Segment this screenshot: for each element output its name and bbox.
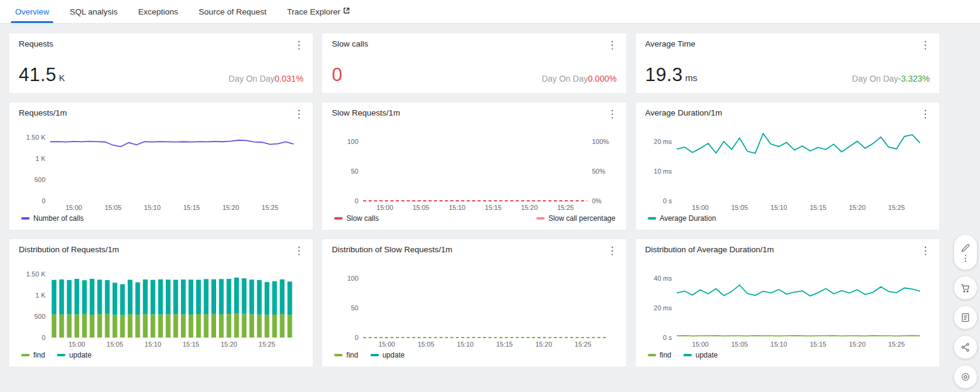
legend-marker [648,354,656,356]
dashboard-grid: Requests ⋮ 41.5 K Day On Day0.031% Slow … [0,24,980,367]
slow-requests-per-1m-chart[interactable]: 100500100%50%0%15:0015:0515:1015:1515:20… [332,121,616,213]
legend-item[interactable]: Average Duration [648,214,716,223]
svg-text:50%: 50% [592,168,605,175]
svg-text:20 ms: 20 ms [654,138,672,145]
legend-marker [370,354,379,356]
chart-card-distribution-of-slow-requests: Distribution of Slow Requests/1m ⋮ 10050… [321,238,626,367]
chart-card-distribution-of-average-duration: Distribution of Average Duration/1m ⋮ 40… [635,238,940,367]
card-more-button[interactable]: ⋮ [917,108,933,120]
svg-text:15:05: 15:05 [413,204,430,211]
legend-marker [536,217,545,220]
svg-text:100: 100 [347,275,358,282]
card-more-button[interactable]: ⋮ [917,245,933,256]
svg-text:15:10: 15:10 [770,341,787,348]
legend-item[interactable]: Slow call percentage [536,214,616,223]
tab-trace-explorer[interactable]: Trace Explorer [277,0,360,23]
survey-button[interactable] [954,306,977,329]
tab-label: Trace Explorer [287,7,340,16]
svg-text:15:20: 15:20 [536,341,553,348]
distribution-of-slow-requests-chart[interactable]: 10050015:0015:0515:1015:1515:2015:25 [332,258,616,350]
legend-item[interactable]: update [683,351,718,359]
day-on-day-value: -3.323% [898,74,930,83]
share-button[interactable] [954,336,977,359]
legend-label: update [696,351,718,359]
svg-text:50: 50 [351,168,358,175]
svg-text:15:25: 15:25 [888,204,905,211]
gear-icon [960,371,971,382]
legend-item[interactable]: Slow calls [334,214,378,223]
legend-item[interactable]: find [21,351,45,359]
card-more-button[interactable]: ⋮ [291,39,307,51]
day-on-day-value: 0.031% [275,74,303,83]
legend-item[interactable]: update [370,351,405,359]
legend-marker [57,354,65,356]
legend-item[interactable]: Number of calls [21,214,84,223]
chart-legend: Number of calls [19,213,303,223]
kpi-card-slow-calls: Slow calls ⋮ 0 Day On Day0.000% [321,33,626,94]
cart-button[interactable] [954,276,977,299]
chart-legend: Slow callsSlow call percentage [332,213,616,223]
kpi-unit: ms [685,73,697,83]
card-more-button[interactable]: ⋮ [291,245,307,256]
more-tools-button[interactable] [961,254,970,263]
svg-text:0: 0 [355,334,358,341]
legend-item[interactable]: find [334,351,358,359]
legend-label: Number of calls [33,214,84,223]
legend-marker [648,217,656,220]
svg-text:15:00: 15:00 [65,204,82,211]
svg-text:15:00: 15:00 [378,341,395,348]
svg-text:20 ms: 20 ms [654,304,672,312]
legend-marker [683,354,692,356]
legend-marker [21,217,30,220]
tab-overview[interactable]: Overview [5,0,59,23]
tab-sql-analysis[interactable]: SQL analysis [59,0,128,23]
tab-exceptions[interactable]: Exceptions [128,0,188,23]
svg-text:15:25: 15:25 [258,341,275,348]
kpi-value: 19.3 [645,64,683,86]
svg-text:15:00: 15:00 [68,341,85,348]
card-more-button[interactable]: ⋮ [917,39,933,51]
chart-legend: findupdate [645,350,930,359]
card-more-button[interactable]: ⋮ [291,108,307,120]
requests-per-1m-chart[interactable]: 1.50 K1 K500015:0015:0515:1015:1515:2015… [19,121,303,213]
legend-item[interactable]: find [648,351,671,359]
card-more-button[interactable]: ⋮ [604,245,620,256]
chart-title: Distribution of Slow Requests/1m [332,245,452,254]
svg-text:1.50 K: 1.50 K [26,270,45,278]
svg-text:0 s: 0 s [663,197,672,204]
svg-text:500: 500 [35,313,45,320]
average-duration-per-1m-chart[interactable]: 20 ms10 ms0 s15:0015:0515:1015:1515:2015… [645,121,930,213]
tab-source-of-request[interactable]: Source of Request [188,0,277,23]
card-more-button[interactable]: ⋮ [604,108,620,120]
svg-text:15:25: 15:25 [557,204,574,211]
svg-text:15:20: 15:20 [220,341,237,348]
kpi-unit: K [59,73,65,83]
card-more-button[interactable]: ⋮ [604,39,620,51]
legend-marker [334,217,343,220]
svg-text:1 K: 1 K [35,292,45,299]
svg-text:15:15: 15:15 [496,341,513,348]
svg-text:15:10: 15:10 [770,204,787,211]
legend-label: find [660,351,671,359]
legend-label: update [69,351,91,359]
kpi-value: 41.5 [19,64,56,86]
day-on-day-label: Day On Day [229,74,275,83]
svg-text:0 s: 0 s [663,334,672,341]
svg-text:15:10: 15:10 [144,204,161,211]
legend-item[interactable]: update [57,351,91,359]
edit-button[interactable] [960,243,971,253]
more-icon [961,254,970,263]
day-on-day-label: Day On Day [852,74,898,83]
distribution-of-requests-chart[interactable]: 1.50 K1 K500015:0015:0515:1015:1515:2015… [19,258,303,350]
settings-button[interactable] [954,365,977,388]
chart-title: Average Duration/1m [645,108,722,117]
svg-text:1 K: 1 K [35,155,45,162]
svg-text:0%: 0% [592,197,602,204]
side-toolbar [954,235,977,388]
svg-text:15:15: 15:15 [183,341,200,348]
legend-label: find [346,351,358,359]
distribution-of-average-duration-chart[interactable]: 40 ms20 ms0 s15:0015:0515:1015:1515:2015… [645,258,930,350]
svg-text:500: 500 [35,176,45,183]
legend-label: update [383,351,405,359]
kpi-card-average-time: Average Time ⋮ 19.3 ms Day On Day-3.323% [635,33,940,94]
